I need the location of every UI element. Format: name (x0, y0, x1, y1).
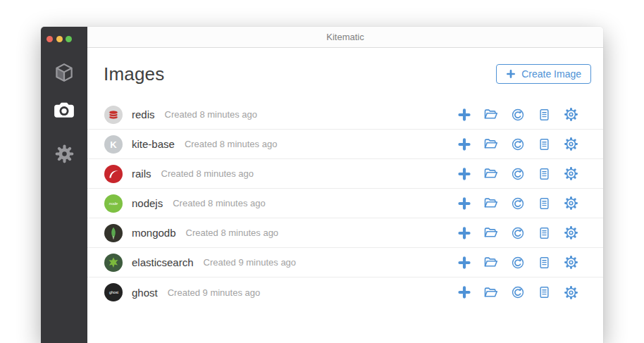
image-row-nodejs: node nodejs Created 8 minutes ago (87, 189, 603, 218)
image-settings-button[interactable] (564, 137, 578, 151)
update-image-button[interactable] (510, 225, 525, 240)
image-name: elasticsearch (132, 256, 194, 268)
document-icon (538, 137, 551, 151)
document-icon (538, 108, 551, 122)
open-folder-button[interactable] (483, 196, 498, 211)
row-actions (457, 166, 578, 181)
update-image-button[interactable] (510, 285, 525, 300)
row-actions (457, 107, 578, 122)
image-row-kite-base: K kite-base Created 8 minutes ago (87, 130, 603, 159)
view-details-button[interactable] (537, 225, 552, 240)
plus-icon (457, 226, 471, 240)
image-settings-button[interactable] (564, 225, 578, 240)
update-image-button[interactable] (510, 137, 525, 151)
plus-icon (457, 256, 471, 270)
create-image-button[interactable]: Create Image (496, 64, 591, 84)
update-image-button[interactable] (510, 196, 525, 211)
update-image-button[interactable] (510, 166, 525, 181)
refresh-icon (511, 256, 525, 270)
create-image-label: Create Image (521, 69, 581, 79)
image-created-timestamp: Created 9 minutes ago (204, 257, 297, 268)
folder-open-icon (483, 137, 498, 151)
update-image-button[interactable] (510, 107, 525, 122)
update-image-button[interactable] (510, 255, 525, 270)
ghost-logo-avatar: ghost (104, 283, 123, 301)
window-title: Kitematic (326, 32, 364, 42)
kite-base-logo-text: K (110, 139, 117, 149)
image-created-timestamp: Created 8 minutes ago (173, 198, 266, 208)
document-icon (538, 285, 551, 299)
refresh-icon (511, 137, 525, 151)
kite-base-logo-avatar: K (104, 135, 123, 154)
gear-icon (564, 285, 578, 300)
nodejs-logo-text: node (109, 201, 118, 206)
image-list: redis Created 8 minutes ago (87, 100, 603, 343)
image-settings-button[interactable] (564, 107, 578, 122)
sidebar-item-settings[interactable] (55, 144, 74, 163)
refresh-icon (511, 167, 525, 181)
cube-icon (54, 62, 75, 83)
folder-open-icon (483, 196, 498, 211)
document-icon (538, 256, 551, 270)
create-container-button[interactable] (457, 285, 471, 300)
create-container-button[interactable] (457, 166, 471, 181)
image-settings-button[interactable] (564, 255, 578, 270)
gear-icon (564, 166, 578, 181)
gear-icon (564, 107, 578, 122)
create-container-button[interactable] (457, 225, 471, 240)
image-row-rails: rails Created 8 minutes ago (87, 159, 603, 189)
open-folder-button[interactable] (483, 255, 498, 270)
image-name: kite-base (132, 138, 175, 150)
row-actions (457, 225, 578, 240)
titlebar: Kitematic (87, 27, 603, 48)
open-folder-button[interactable] (483, 107, 498, 122)
image-name: redis (132, 108, 155, 120)
plus-icon (506, 69, 516, 79)
create-container-button[interactable] (457, 107, 471, 122)
view-details-button[interactable] (537, 107, 552, 122)
folder-open-icon (483, 107, 498, 122)
document-icon (538, 226, 551, 240)
row-actions (457, 196, 578, 211)
document-icon (538, 167, 551, 181)
row-actions (457, 137, 578, 151)
open-folder-button[interactable] (483, 285, 498, 300)
row-actions (457, 255, 578, 270)
plus-icon (457, 197, 471, 211)
gear-icon (55, 144, 74, 163)
image-settings-button[interactable] (564, 285, 578, 300)
image-settings-button[interactable] (564, 166, 578, 181)
folder-open-icon (483, 225, 498, 240)
folder-open-icon (483, 255, 498, 270)
refresh-icon (511, 285, 525, 299)
nodejs-logo-avatar: node (104, 194, 123, 213)
image-row-mongodb: mongodb Created 8 minutes ago (87, 218, 603, 248)
image-name: mongodb (132, 227, 176, 239)
open-folder-button[interactable] (483, 225, 498, 240)
create-container-button[interactable] (457, 255, 471, 270)
image-settings-button[interactable] (564, 196, 578, 211)
open-folder-button[interactable] (483, 137, 498, 151)
image-row-redis: redis Created 8 minutes ago (87, 100, 603, 130)
plus-icon (457, 108, 471, 122)
view-details-button[interactable] (537, 137, 552, 151)
view-details-button[interactable] (537, 285, 552, 300)
view-details-button[interactable] (537, 255, 552, 270)
refresh-icon (511, 108, 525, 122)
create-container-button[interactable] (457, 196, 471, 211)
refresh-icon (511, 226, 525, 240)
camera-icon (52, 99, 76, 123)
sidebar-item-images[interactable] (52, 99, 76, 123)
kitematic-window: Kitematic Images Create Image (41, 27, 603, 343)
plus-icon (457, 167, 471, 181)
gear-icon (564, 225, 578, 240)
sidebar (41, 27, 87, 343)
view-details-button[interactable] (537, 166, 552, 181)
image-name: rails (132, 168, 151, 180)
image-name: ghost (132, 287, 158, 299)
image-name: nodejs (132, 197, 163, 209)
open-folder-button[interactable] (483, 166, 498, 181)
sidebar-item-containers[interactable] (54, 62, 75, 83)
create-container-button[interactable] (457, 137, 471, 151)
view-details-button[interactable] (537, 196, 552, 211)
